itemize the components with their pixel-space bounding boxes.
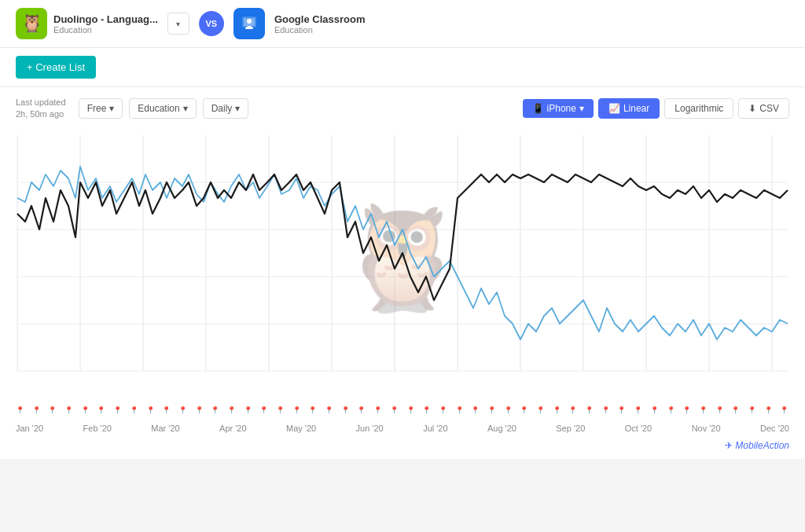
pin-icon[interactable]: 📍 bbox=[585, 406, 594, 414]
pin-icon[interactable]: 📍 bbox=[97, 406, 105, 414]
filter-daily-button[interactable]: Daily ▾ bbox=[203, 98, 249, 119]
controls-right: 📱 iPhone ▾ 📈 Linear Logarithmic ⬇ CSV bbox=[523, 98, 789, 119]
csv-button[interactable]: ⬇ CSV bbox=[738, 98, 789, 119]
app1-info: Duolingo - Languag... Education bbox=[53, 13, 158, 35]
pin-icon[interactable]: 📍 bbox=[439, 406, 447, 414]
pin-icon[interactable]: 📍 bbox=[568, 406, 577, 414]
pin-icon[interactable]: 📍 bbox=[162, 406, 171, 414]
chevron-down-icon: ▾ bbox=[235, 103, 240, 114]
pin-icon[interactable]: 📍 bbox=[699, 406, 708, 414]
pin-icon[interactable]: 📍 bbox=[764, 406, 773, 414]
pin-icon[interactable]: 📍 bbox=[748, 406, 756, 414]
pin-icon[interactable]: 📍 bbox=[617, 406, 626, 414]
app1-card: 🦉 Duolingo - Languag... Education bbox=[16, 8, 158, 39]
pin-icon[interactable]: 📍 bbox=[48, 406, 57, 414]
x-label-jul: Jul '20 bbox=[423, 424, 447, 433]
x-label-nov: Nov '20 bbox=[692, 424, 721, 433]
pin-icon[interactable]: 📍 bbox=[422, 406, 431, 414]
pin-icon[interactable]: 📍 bbox=[195, 406, 204, 414]
chart-container: 🦉 bbox=[0, 127, 805, 405]
pin-icon[interactable]: 📍 bbox=[211, 406, 219, 414]
create-list-button[interactable]: + Create List bbox=[16, 56, 96, 79]
x-label-jun: Jun '20 bbox=[356, 424, 384, 433]
pin-icon[interactable]: 📍 bbox=[146, 406, 155, 414]
app1-dropdown[interactable]: ▾ bbox=[167, 13, 189, 35]
chart-svg-wrapper: 🦉 bbox=[16, 135, 789, 405]
pin-icon[interactable]: 📍 bbox=[64, 406, 73, 414]
x-label-jan: Jan '20 bbox=[16, 424, 43, 433]
x-label-may: May '20 bbox=[286, 424, 316, 433]
x-label-mar: Mar '20 bbox=[151, 424, 179, 433]
pin-icon[interactable]: 📍 bbox=[373, 406, 382, 414]
x-label-feb: Feb '20 bbox=[83, 424, 112, 433]
pin-icon[interactable]: 📍 bbox=[227, 406, 236, 414]
pin-icon[interactable]: 📍 bbox=[81, 406, 90, 414]
x-label-sep: Sep '20 bbox=[556, 424, 585, 433]
pin-icon[interactable]: 📍 bbox=[341, 406, 350, 414]
app2-category: Education bbox=[274, 25, 366, 35]
branding-icon: ✈ bbox=[725, 440, 733, 451]
x-label-dec: Dec '20 bbox=[760, 424, 789, 433]
pin-icon[interactable]: 📍 bbox=[292, 406, 301, 414]
svg-point-1 bbox=[247, 19, 252, 24]
filter-education-button[interactable]: Education ▾ bbox=[129, 98, 196, 119]
pin-icon[interactable]: 📍 bbox=[780, 406, 788, 414]
pin-icon[interactable]: 📍 bbox=[276, 406, 285, 414]
x-label-oct: Oct '20 bbox=[625, 424, 652, 433]
chart-section: Last updated 2h, 50m ago Free ▾ Educatio… bbox=[0, 87, 805, 459]
chart-svg: 🦉 bbox=[16, 135, 789, 402]
controls-left: Last updated 2h, 50m ago Free ▾ Educatio… bbox=[16, 97, 248, 121]
pin-icon[interactable]: 📍 bbox=[487, 406, 496, 414]
pin-icon[interactable]: 📍 bbox=[32, 406, 41, 414]
x-label-apr: Apr '20 bbox=[219, 424, 247, 433]
branding: ✈ MobileAction bbox=[0, 436, 805, 459]
app1-category: Education bbox=[53, 25, 158, 35]
app2-name: Google Classroom bbox=[274, 13, 366, 25]
download-icon: ⬇ bbox=[748, 103, 756, 114]
pin-icon[interactable]: 📍 bbox=[130, 406, 138, 414]
pin-icon[interactable]: 📍 bbox=[715, 406, 724, 414]
chevron-down-icon: ▾ bbox=[579, 103, 584, 114]
chevron-down-icon: ▾ bbox=[183, 103, 188, 114]
pin-icon[interactable]: 📍 bbox=[390, 406, 399, 414]
pin-icon[interactable]: 📍 bbox=[357, 406, 366, 414]
pin-icon[interactable]: 📍 bbox=[113, 406, 122, 414]
toolbar: + Create List bbox=[0, 48, 805, 87]
chart-line-icon: 📈 bbox=[608, 103, 620, 114]
pin-icon[interactable]: 📍 bbox=[731, 406, 740, 414]
pin-row: 📍 📍 📍 📍 📍 📍 📍 📍 📍 📍 📍 📍 📍 📍 📍 📍 📍 📍 📍 📍 … bbox=[0, 405, 805, 420]
last-updated: Last updated 2h, 50m ago bbox=[16, 97, 66, 121]
branding-text: MobileAction bbox=[735, 440, 789, 451]
classroom-icon bbox=[233, 8, 265, 39]
pin-icon[interactable]: 📍 bbox=[406, 406, 415, 414]
x-label-aug: Aug '20 bbox=[487, 424, 516, 433]
chart-controls: Last updated 2h, 50m ago Free ▾ Educatio… bbox=[0, 87, 805, 127]
app1-name: Duolingo - Languag... bbox=[53, 13, 158, 25]
pin-icon[interactable]: 📍 bbox=[244, 406, 252, 414]
app2-info: Google Classroom Education bbox=[274, 13, 366, 35]
pin-icon[interactable]: 📍 bbox=[259, 406, 268, 414]
linear-button[interactable]: 📈 Linear bbox=[598, 98, 660, 119]
iphone-button[interactable]: 📱 iPhone ▾ bbox=[523, 99, 594, 118]
pin-icon[interactable]: 📍 bbox=[650, 406, 659, 414]
header: 🦉 Duolingo - Languag... Education ▾ VS G… bbox=[0, 0, 805, 48]
filter-free-button[interactable]: Free ▾ bbox=[79, 98, 123, 119]
duolingo-icon: 🦉 bbox=[16, 8, 47, 39]
pin-icon[interactable]: 📍 bbox=[520, 406, 528, 414]
pin-icon[interactable]: 📍 bbox=[553, 406, 561, 414]
pin-icon[interactable]: 📍 bbox=[178, 406, 187, 414]
chevron-down-icon: ▾ bbox=[109, 103, 114, 114]
pin-icon[interactable]: 📍 bbox=[455, 406, 464, 414]
vs-button[interactable]: VS bbox=[199, 11, 224, 36]
pin-icon[interactable]: 📍 bbox=[308, 406, 317, 414]
pin-icon[interactable]: 📍 bbox=[325, 406, 333, 414]
pin-icon[interactable]: 📍 bbox=[601, 406, 610, 414]
pin-icon[interactable]: 📍 bbox=[536, 406, 545, 414]
pin-icon[interactable]: 📍 bbox=[471, 406, 480, 414]
pin-icon[interactable]: 📍 bbox=[16, 406, 24, 414]
pin-icon[interactable]: 📍 bbox=[682, 406, 691, 414]
pin-icon[interactable]: 📍 bbox=[667, 406, 675, 414]
pin-icon[interactable]: 📍 bbox=[634, 406, 642, 414]
logarithmic-button[interactable]: Logarithmic bbox=[664, 98, 733, 119]
pin-icon[interactable]: 📍 bbox=[504, 406, 513, 414]
